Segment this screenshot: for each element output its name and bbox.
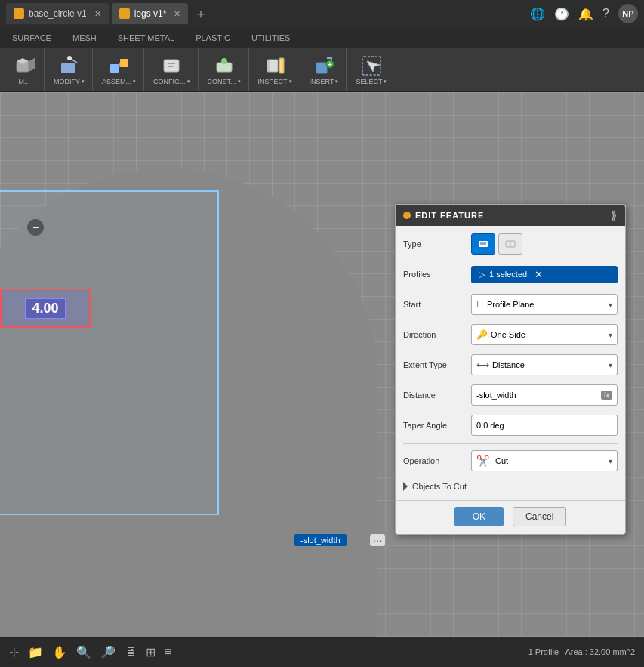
profiles-selected-btn[interactable]: ▷ 1 selected ✕ — [471, 266, 618, 283]
assem-button[interactable]: ASSEM... ▾ — [97, 53, 140, 88]
distance-control: fx — [471, 384, 618, 406]
tab-base-close[interactable]: ✕ — [94, 9, 101, 19]
slot-tooltip-options[interactable]: ··· — [370, 534, 385, 546]
profiles-label: Profiles — [403, 270, 471, 279]
direction-icon: 🔑 — [476, 329, 488, 340]
toolbar-group-model: M... — [5, 48, 45, 91]
fx-badge[interactable]: fx — [601, 391, 612, 400]
extent-type-field-row: Extent Type ⟷ Distance ▾ — [403, 353, 618, 377]
svg-marker-1 — [29, 58, 35, 72]
status-tool-grid[interactable]: ⊞ — [146, 645, 156, 659]
nav-tab-mesh[interactable]: MESH — [69, 27, 100, 48]
svg-rect-21 — [480, 242, 486, 245]
extent-type-control: ⟷ Distance ▾ — [471, 354, 618, 375]
nav-tab-surface[interactable]: SURFACE — [9, 27, 54, 48]
select-label: SELECT ▾ — [356, 78, 387, 85]
model-button[interactable]: M... — [8, 53, 41, 88]
profiles-control: ▷ 1 selected ✕ — [471, 266, 618, 283]
status-tool-layers[interactable]: ≡ — [165, 645, 171, 659]
globe-icon[interactable]: 🌐 — [530, 7, 545, 21]
start-label: Start — [403, 300, 471, 309]
config-button[interactable]: CONFIG... ▾ — [149, 53, 195, 88]
svg-point-4 — [67, 56, 72, 60]
operation-dropdown[interactable]: ✂️ Cut ▾ — [471, 450, 618, 471]
extent-type-value: Distance — [492, 360, 525, 369]
start-dropdown-icon: ⊢ — [476, 299, 484, 310]
status-tool-search[interactable]: 🔍 — [76, 645, 91, 659]
nav-tab-bar: SURFACE MESH SHEET METAL PLASTIC UTILITI… — [0, 27, 644, 48]
ok-button[interactable]: OK — [454, 507, 504, 526]
svg-text:+: + — [328, 60, 332, 69]
config-label: CONFIG... ▾ — [153, 78, 190, 85]
modify-label: MODIFY ▾ — [54, 78, 85, 85]
type-btn-solid[interactable] — [471, 233, 495, 255]
status-tool-zoom[interactable]: 🔎 — [100, 645, 116, 659]
profiles-cursor-icon: ▷ — [479, 270, 485, 279]
panel-body: Type Profiles ▷ 1 selected ✕ — [396, 226, 625, 500]
clock-icon[interactable]: 🕐 — [554, 7, 569, 21]
direction-field-row: Direction 🔑 One Side ▾ — [403, 323, 618, 347]
insert-label: INSERT ▾ — [310, 78, 339, 85]
status-tool-hand[interactable]: ✋ — [52, 645, 67, 659]
status-tool-folder[interactable]: 📁 — [28, 645, 43, 659]
panel-header-left: EDIT FEATURE — [403, 211, 484, 220]
objects-to-cut-triangle — [403, 482, 408, 491]
nav-tab-sheet-metal[interactable]: SHEET METAL — [115, 27, 177, 48]
status-tools: ⊹ 📁 ✋ 🔍 🔎 🖥 ⊞ ≡ — [9, 645, 171, 659]
help-icon[interactable]: ? — [602, 7, 609, 20]
type-label: Type — [403, 239, 471, 249]
select-icon — [361, 55, 382, 76]
dimension-value: 4.00 — [25, 298, 65, 319]
toolbar-group-insert: + INSERT ▾ — [302, 48, 347, 91]
panel-expand-icon[interactable]: ⟫ — [611, 209, 618, 221]
svg-rect-14 — [279, 58, 284, 73]
profiles-clear-btn[interactable]: ✕ — [535, 269, 543, 280]
assem-label: ASSEM... ▾ — [102, 78, 136, 85]
tab-base-circle[interactable]: base_circle v1 ✕ — [6, 3, 109, 24]
minus-button[interactable]: − — [27, 219, 44, 236]
top-bar: base_circle v1 ✕ legs v1* ✕ ＋ 🌐 🕐 🔔 ? NP — [0, 0, 644, 27]
distance-input[interactable] — [476, 391, 601, 400]
nav-tab-plastic[interactable]: PLASTIC — [193, 27, 233, 48]
type-btn-surface[interactable] — [498, 233, 522, 255]
svg-point-11 — [221, 58, 227, 64]
tab-legs[interactable]: legs v1* ✕ — [112, 3, 189, 24]
svg-rect-5 — [110, 64, 119, 73]
assem-icon — [109, 55, 130, 76]
tab-add-button[interactable]: ＋ — [194, 5, 208, 23]
toolbar-group-assem: ASSEM... ▾ — [94, 48, 144, 91]
panel-header: EDIT FEATURE ⟫ — [396, 205, 625, 226]
direction-dropdown[interactable]: 🔑 One Side ▾ — [471, 324, 618, 345]
objects-to-cut-row[interactable]: Objects To Cut — [403, 479, 618, 494]
tab-legs-icon — [119, 8, 130, 19]
tab-base-icon — [14, 8, 24, 19]
type-control — [471, 233, 618, 255]
taper-input[interactable] — [476, 421, 612, 430]
status-right: 1 Profile | Area : 32.00 mm^2 — [528, 647, 635, 656]
const-icon — [214, 55, 235, 76]
const-button[interactable]: CONST... ▾ — [203, 53, 245, 88]
status-tool-monitor[interactable]: 🖥 — [125, 645, 137, 659]
inspect-button[interactable]: INSPECT ▾ — [254, 53, 297, 88]
insert-button[interactable]: + INSERT ▾ — [305, 53, 344, 88]
inspect-icon — [264, 55, 285, 76]
extent-type-dropdown[interactable]: ⟷ Distance ▾ — [471, 354, 618, 375]
extent-type-icon: ⟷ — [476, 360, 489, 370]
bell-icon[interactable]: 🔔 — [578, 7, 593, 21]
tab-legs-close[interactable]: ✕ — [174, 9, 180, 19]
cancel-button[interactable]: Cancel — [513, 507, 566, 526]
select-button[interactable]: SELECT ▾ — [351, 53, 391, 88]
nav-tab-utilities[interactable]: UTILITIES — [248, 27, 293, 48]
top-icons: 🌐 🕐 🔔 ? NP — [530, 4, 638, 23]
start-dropdown[interactable]: ⊢ Profile Plane ▾ — [471, 294, 618, 315]
start-control: ⊢ Profile Plane ▾ — [471, 294, 618, 315]
toolbar-group-inspect: INSPECT ▾ — [251, 48, 300, 91]
modify-button[interactable]: MODIFY ▾ — [49, 53, 89, 88]
inspect-label: INSPECT ▾ — [258, 78, 292, 85]
distance-label: Distance — [403, 391, 471, 400]
status-tool-transform[interactable]: ⊹ — [9, 645, 19, 659]
selection-box — [0, 190, 219, 515]
user-avatar[interactable]: NP — [618, 4, 638, 23]
status-text: 1 Profile | Area : 32.00 mm^2 — [528, 647, 635, 656]
taper-field-row: Taper Angle — [403, 413, 618, 437]
